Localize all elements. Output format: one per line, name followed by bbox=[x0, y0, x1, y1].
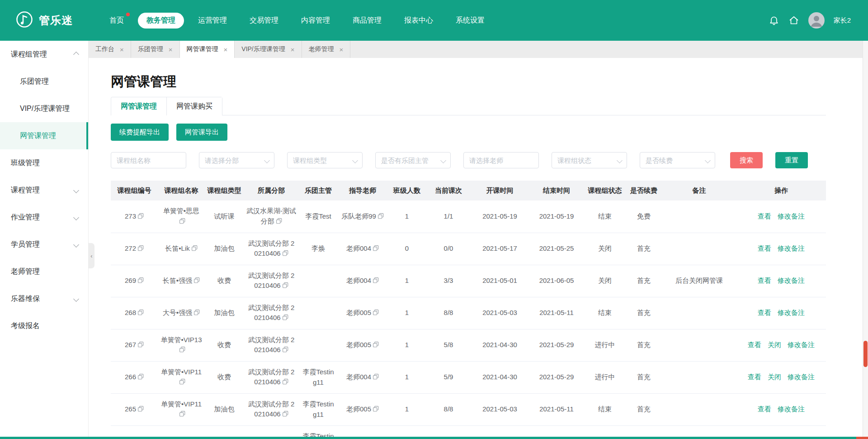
close-icon[interactable]: × bbox=[291, 46, 295, 53]
page-subtab-0[interactable]: 网管课管理 bbox=[111, 97, 166, 115]
copy-icon[interactable] bbox=[373, 244, 379, 254]
cell-students: 1 bbox=[387, 297, 426, 329]
copy-icon[interactable] bbox=[194, 308, 200, 319]
copy-icon[interactable] bbox=[283, 377, 288, 388]
sidebar-item-3[interactable]: 作业管理 bbox=[0, 204, 88, 231]
filter-field-5[interactable] bbox=[552, 152, 627, 168]
topnav-item-7[interactable]: 系统设置 bbox=[447, 13, 493, 29]
topnav-item-1[interactable]: 教务管理 bbox=[138, 13, 184, 29]
action-link[interactable]: 修改备注 bbox=[778, 212, 805, 220]
copy-icon[interactable] bbox=[138, 340, 144, 351]
copy-icon[interactable] bbox=[283, 313, 288, 324]
filter-field-1[interactable] bbox=[199, 152, 274, 168]
copy-icon[interactable] bbox=[373, 340, 379, 351]
export-button-1[interactable]: 网管课导出 bbox=[176, 124, 227, 141]
filter-field-6[interactable] bbox=[640, 152, 715, 168]
action-link[interactable]: 查看 bbox=[758, 244, 771, 252]
vertical-scrollbar[interactable] bbox=[863, 41, 868, 437]
copy-icon[interactable] bbox=[138, 244, 144, 254]
copy-icon[interactable] bbox=[378, 212, 384, 222]
topnav-item-label: 交易管理 bbox=[250, 16, 278, 24]
close-icon[interactable]: × bbox=[224, 46, 228, 53]
sidebar-item-7[interactable]: 考级报名 bbox=[0, 312, 88, 339]
workspace-tab-4[interactable]: 老师管理× bbox=[302, 41, 351, 58]
copy-icon[interactable] bbox=[283, 249, 288, 259]
vertical-scrollbar-thumb[interactable] bbox=[863, 341, 868, 367]
page-subtab-1[interactable]: 网管课购买 bbox=[166, 97, 222, 115]
sidebar-subitem-0-1[interactable]: VIP/乐理课管理 bbox=[0, 95, 88, 122]
action-link[interactable]: 修改备注 bbox=[778, 244, 805, 252]
action-link[interactable]: 修改备注 bbox=[788, 373, 815, 381]
topnav-item-3[interactable]: 交易管理 bbox=[241, 13, 287, 29]
action-link[interactable]: 查看 bbox=[748, 373, 761, 381]
action-link[interactable]: 查看 bbox=[758, 309, 771, 316]
horizontal-scrollbar-thumb[interactable] bbox=[0, 437, 856, 439]
sidebar-subitem-0-0[interactable]: 乐团管理 bbox=[0, 68, 88, 95]
action-link[interactable]: 查看 bbox=[758, 277, 771, 284]
copy-icon[interactable] bbox=[192, 244, 198, 254]
copy-icon[interactable] bbox=[138, 372, 144, 383]
topnav-item-0[interactable]: 首页 bbox=[101, 13, 132, 29]
workspace-tab-3[interactable]: VIP/乐理课管理× bbox=[235, 41, 302, 58]
action-link[interactable]: 修改备注 bbox=[778, 405, 805, 413]
copy-icon[interactable] bbox=[179, 217, 185, 227]
copy-icon[interactable] bbox=[179, 345, 185, 356]
close-icon[interactable]: × bbox=[120, 46, 124, 53]
copy-icon[interactable] bbox=[179, 410, 185, 420]
cell-text: 5/8 bbox=[444, 341, 453, 348]
copy-icon[interactable] bbox=[194, 276, 200, 286]
copy-icon[interactable] bbox=[373, 372, 379, 383]
filter-field-0[interactable] bbox=[111, 152, 186, 168]
copy-icon[interactable] bbox=[283, 345, 288, 356]
copy-icon[interactable] bbox=[138, 405, 144, 415]
sidebar-item-2[interactable]: 课程管理 bbox=[0, 177, 88, 204]
export-button-0[interactable]: 续费提醒导出 bbox=[111, 124, 169, 141]
copy-icon[interactable] bbox=[179, 377, 185, 388]
workspace-tab-0[interactable]: 工作台× bbox=[89, 41, 131, 58]
copy-icon[interactable] bbox=[138, 212, 144, 222]
copy-icon[interactable] bbox=[138, 308, 144, 319]
topnav-item-6[interactable]: 报表中心 bbox=[396, 13, 442, 29]
copy-icon[interactable] bbox=[138, 276, 144, 286]
action-link[interactable]: 关闭 bbox=[768, 373, 781, 381]
action-link[interactable]: 查看 bbox=[758, 405, 771, 413]
copy-icon[interactable] bbox=[373, 276, 379, 286]
copy-icon[interactable] bbox=[283, 410, 288, 420]
copy-icon[interactable] bbox=[373, 405, 379, 415]
workspace-tab-1[interactable]: 乐团管理× bbox=[131, 41, 180, 58]
sidebar-item-6[interactable]: 乐器维保 bbox=[0, 285, 88, 312]
close-icon[interactable]: × bbox=[169, 46, 173, 53]
topnav-item-2[interactable]: 运营管理 bbox=[189, 13, 236, 29]
action-link[interactable]: 修改备注 bbox=[778, 277, 805, 284]
home-icon[interactable] bbox=[788, 15, 799, 26]
reset-button[interactable]: 重置 bbox=[775, 152, 808, 168]
avatar[interactable] bbox=[808, 12, 825, 29]
action-link[interactable]: 关闭 bbox=[768, 341, 781, 348]
cell-type: 加油包 bbox=[205, 297, 244, 329]
topnav-item-5[interactable]: 商品管理 bbox=[344, 13, 390, 29]
sidebar-collapse-handle[interactable]: ‹ bbox=[89, 243, 94, 268]
action-link[interactable]: 查看 bbox=[758, 212, 771, 220]
action-link[interactable]: 修改备注 bbox=[788, 341, 815, 348]
cell-branch: 武汉测试分部 20210406 bbox=[244, 233, 299, 265]
sidebar-subitem-0-2[interactable]: 网管课管理 bbox=[0, 122, 88, 149]
sidebar-item-5[interactable]: 老师管理 bbox=[0, 258, 88, 285]
copy-icon[interactable] bbox=[373, 308, 379, 319]
action-link[interactable]: 修改备注 bbox=[778, 309, 805, 316]
horizontal-scrollbar[interactable] bbox=[0, 437, 868, 439]
sidebar-item-1[interactable]: 班级管理 bbox=[0, 149, 88, 177]
search-button[interactable]: 搜索 bbox=[730, 152, 763, 168]
copy-icon[interactable] bbox=[283, 281, 288, 291]
filter-field-3[interactable] bbox=[375, 152, 451, 168]
close-icon[interactable]: × bbox=[340, 46, 344, 53]
workspace-tab-2[interactable]: 网管课管理× bbox=[180, 41, 235, 58]
bell-icon[interactable] bbox=[769, 15, 779, 26]
page-subtabs: 网管课管理网管课购买 bbox=[111, 97, 826, 115]
sidebar-item-4[interactable]: 学员管理 bbox=[0, 231, 88, 258]
action-link[interactable]: 查看 bbox=[748, 341, 761, 348]
copy-icon[interactable] bbox=[276, 217, 282, 227]
topnav-item-4[interactable]: 内容管理 bbox=[292, 13, 339, 29]
filter-field-2[interactable] bbox=[287, 152, 363, 168]
filter-field-4[interactable] bbox=[463, 152, 539, 168]
sidebar-item-0[interactable]: 课程组管理 bbox=[0, 41, 88, 68]
